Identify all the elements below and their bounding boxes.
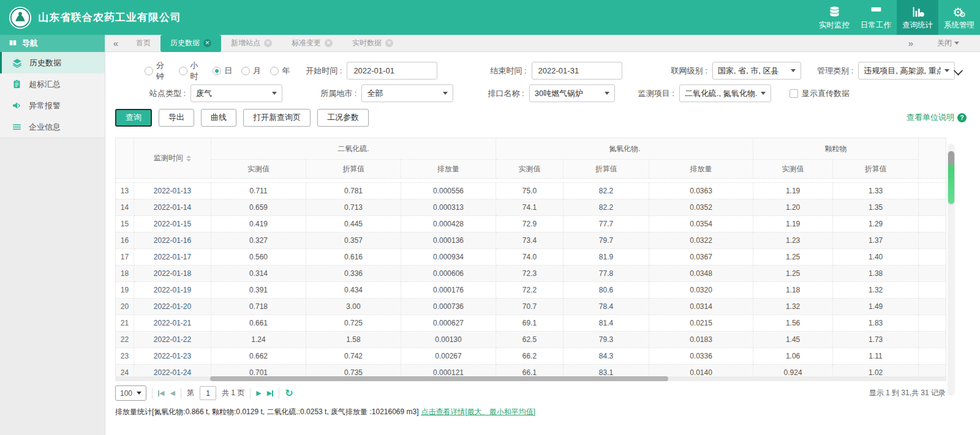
vertical-scrollbar[interactable] bbox=[948, 144, 955, 396]
last-page-icon[interactable]: ▶ bbox=[267, 389, 273, 397]
next-page-icon[interactable]: ▶ bbox=[256, 389, 261, 397]
date-link[interactable]: 2022-01-23 bbox=[134, 348, 211, 365]
tab-2[interactable]: 新增站点✕ bbox=[221, 35, 282, 52]
tab-label: 标准变更 bbox=[292, 38, 321, 48]
data-table: 监测时间 二氧化硫.氮氧化物.颗粒物 实测值折算值排放量实测值折算值排放量实测值… bbox=[115, 138, 946, 381]
monitor-item-value: 二氧化硫., 氮氧化物., 颗粒 bbox=[685, 88, 757, 99]
chevron-down-icon bbox=[791, 69, 796, 72]
tab-0[interactable]: 首页 bbox=[126, 35, 160, 52]
stats-detail-link[interactable]: 点击查看详情[最大、最小和平均值] bbox=[421, 407, 536, 416]
top-nav-daily-work[interactable]: 日常工作 bbox=[855, 0, 897, 35]
period-radio-月[interactable]: 月 bbox=[241, 60, 261, 82]
unit-help-link[interactable]: 查看单位说明 ? bbox=[907, 112, 967, 123]
date-link[interactable]: 2022-01-13 bbox=[134, 183, 211, 199]
first-page-icon[interactable]: ◀ bbox=[158, 389, 164, 397]
date-link[interactable]: 2022-01-22 bbox=[134, 332, 211, 348]
radio-label: 分钟 bbox=[156, 60, 170, 82]
period-radio-分钟[interactable]: 分钟 bbox=[145, 60, 170, 82]
end-time-label: 结束时间 : bbox=[490, 65, 526, 76]
date-link[interactable]: 2022-01-19 bbox=[134, 282, 211, 299]
top-nav-label: 系统管理 bbox=[944, 20, 974, 31]
value-cell: 3.00 bbox=[306, 299, 401, 315]
refresh-icon[interactable]: ↻ bbox=[285, 389, 293, 398]
horizontal-scroll-thumb[interactable] bbox=[210, 376, 668, 381]
manage-type-select[interactable]: 违规项目, 高架源, 重点排 bbox=[858, 62, 955, 80]
outlet-label: 排口名称 : bbox=[488, 88, 524, 99]
date-link[interactable]: 2022-01-17 bbox=[134, 249, 211, 266]
tab-3[interactable]: 标准变更✕ bbox=[282, 35, 342, 52]
tabs-scroll-left-icon[interactable]: « bbox=[105, 38, 126, 48]
row-number: 14 bbox=[116, 199, 134, 216]
top-nav-system-manage[interactable]: ⚙⚙系统管理 bbox=[938, 0, 980, 35]
date-link[interactable]: 2022-01-16 bbox=[134, 232, 211, 249]
tab-1[interactable]: 历史数据✕ bbox=[160, 35, 221, 52]
question-icon: ? bbox=[957, 113, 967, 122]
top-nav-realtime-monitor[interactable]: 实时监控 bbox=[813, 0, 855, 35]
value-cell: 0.000313 bbox=[401, 199, 496, 216]
end-time-input[interactable] bbox=[532, 62, 622, 80]
radio-icon bbox=[241, 67, 250, 75]
row-number: 13 bbox=[116, 183, 134, 199]
value-cell: 0.000136 bbox=[401, 232, 496, 249]
row-number: 21 bbox=[116, 315, 134, 332]
horizontal-scrollbar[interactable] bbox=[115, 376, 946, 381]
column-header: 实测值 bbox=[753, 160, 833, 179]
collapse-filters-icon[interactable] bbox=[954, 66, 963, 75]
sidebar-item-company-info[interactable]: 企业信息 bbox=[0, 116, 105, 138]
value-cell: 78.4 bbox=[564, 299, 649, 315]
query-button[interactable]: 查询 bbox=[115, 109, 152, 127]
top-nav: 实时监控日常工作查询统计⚙⚙系统管理 bbox=[813, 0, 980, 35]
chevron-down-icon bbox=[761, 92, 766, 95]
curve-button[interactable]: 曲线 bbox=[201, 109, 236, 127]
time-column-header[interactable]: 监测时间 bbox=[134, 138, 211, 179]
period-radio-日[interactable]: 日 bbox=[213, 60, 232, 82]
value-cell: 0.434 bbox=[306, 282, 401, 299]
start-time-input[interactable] bbox=[347, 62, 437, 80]
prev-page-icon[interactable]: ◀ bbox=[170, 389, 175, 397]
network-level-select[interactable]: 国家, 省, 市, 区县 bbox=[712, 62, 801, 80]
emission-stats-text: 排放量统计[氮氧化物:0.866 t, 颗粒物:0.0129 t, 二氧化硫.:… bbox=[115, 407, 419, 416]
value-cell: 0.419 bbox=[211, 216, 306, 232]
date-link[interactable]: 2022-01-21 bbox=[134, 315, 211, 332]
table-row: 162022-01-160.3270.3570.00013673.479.70.… bbox=[116, 232, 946, 249]
tab-4[interactable]: 实时数据✕ bbox=[342, 35, 403, 52]
tab-close-icon[interactable]: ✕ bbox=[203, 39, 211, 47]
sidebar-item-over-limit-summary[interactable]: 超标汇总 bbox=[0, 73, 105, 95]
date-link[interactable]: 2022-01-18 bbox=[134, 266, 211, 282]
tail-cell bbox=[919, 282, 946, 299]
tabs-scroll-right-icon[interactable]: » bbox=[900, 38, 921, 48]
value-cell: 1.45 bbox=[753, 332, 833, 348]
chevron-down-icon bbox=[443, 92, 448, 95]
station-type-select[interactable]: 废气 bbox=[190, 84, 282, 102]
monitor-item-select[interactable]: 二氧化硫., 氮氧化物., 颗粒 bbox=[679, 84, 771, 102]
close-tabs-menu[interactable]: 关闭 bbox=[937, 38, 959, 48]
sidebar-item-abnormal-alarm[interactable]: 异常报警 bbox=[0, 95, 105, 116]
tab-close-icon[interactable]: ✕ bbox=[325, 39, 333, 47]
sort-icon[interactable] bbox=[186, 155, 191, 162]
outlet-select[interactable]: 30吨燃气锅炉 bbox=[529, 84, 615, 102]
table-row: 182022-01-180.3140.3360.00060672.377.80.… bbox=[116, 266, 946, 282]
page-size-select[interactable]: 100 bbox=[115, 385, 146, 401]
network-level-label: 联网级别 : bbox=[671, 65, 707, 76]
sidebar-item-history-data[interactable]: 历史数据 bbox=[0, 52, 105, 73]
filter-row-station: 站点类型 : 废气 所属地市 : 全部 排口名称 : 30吨燃气锅炉 监测项目 … bbox=[115, 82, 970, 105]
top-nav-query-stats[interactable]: 查询统计 bbox=[897, 0, 938, 35]
period-radio-年[interactable]: 年 bbox=[270, 60, 290, 82]
period-radio-小时[interactable]: 小时 bbox=[179, 60, 204, 82]
direct-data-checkbox[interactable]: 显示直传数据 bbox=[790, 88, 850, 99]
export-button[interactable]: 导出 bbox=[159, 109, 194, 127]
tab-close-icon[interactable]: ✕ bbox=[385, 39, 393, 47]
open-new-query-button[interactable]: 打开新查询页 bbox=[243, 109, 311, 127]
city-select[interactable]: 全部 bbox=[361, 84, 453, 102]
working-condition-button[interactable]: 工况参数 bbox=[317, 109, 369, 127]
value-cell: 70.7 bbox=[496, 299, 564, 315]
tab-close-icon[interactable]: ✕ bbox=[264, 39, 272, 47]
vertical-scroll-thumb[interactable] bbox=[948, 151, 954, 204]
date-link[interactable]: 2022-01-14 bbox=[134, 199, 211, 216]
value-cell: 62.5 bbox=[496, 332, 564, 348]
date-link[interactable]: 2022-01-20 bbox=[134, 299, 211, 315]
date-link[interactable]: 2022-01-15 bbox=[134, 216, 211, 232]
page-number-input[interactable] bbox=[200, 386, 216, 400]
value-cell: 0.00130 bbox=[401, 332, 496, 348]
sidebar-item-label: 异常报警 bbox=[29, 100, 61, 111]
